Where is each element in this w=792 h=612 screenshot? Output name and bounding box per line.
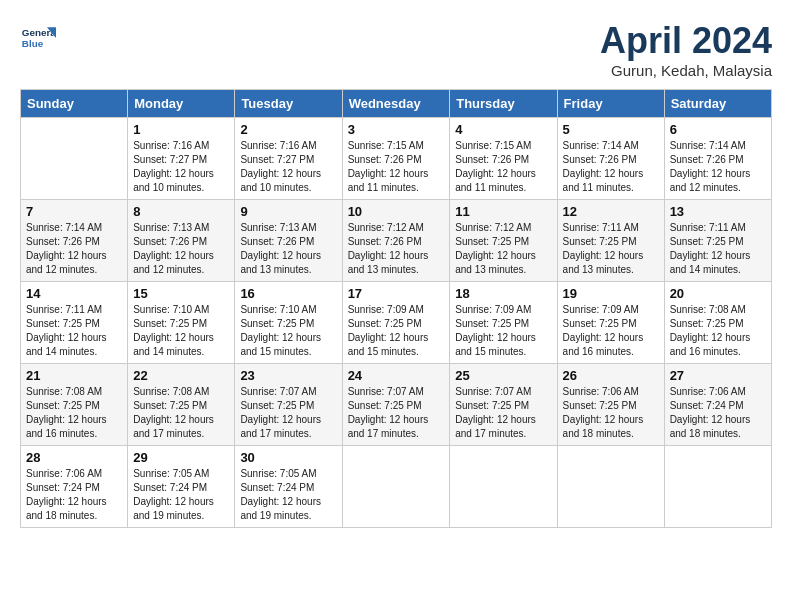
weekday-header-cell: Tuesday [235,90,342,118]
day-number: 2 [240,122,336,137]
day-number: 16 [240,286,336,301]
calendar-week-row: 1Sunrise: 7:16 AM Sunset: 7:27 PM Daylig… [21,118,772,200]
calendar-cell [21,118,128,200]
day-info: Sunrise: 7:13 AM Sunset: 7:26 PM Dayligh… [133,221,229,277]
calendar-cell: 18Sunrise: 7:09 AM Sunset: 7:25 PM Dayli… [450,282,557,364]
title-block: April 2024 Gurun, Kedah, Malaysia [600,20,772,79]
calendar-cell: 15Sunrise: 7:10 AM Sunset: 7:25 PM Dayli… [128,282,235,364]
logo: General Blue [20,20,56,56]
day-number: 30 [240,450,336,465]
day-info: Sunrise: 7:08 AM Sunset: 7:25 PM Dayligh… [133,385,229,441]
day-number: 9 [240,204,336,219]
day-number: 3 [348,122,445,137]
calendar-cell: 28Sunrise: 7:06 AM Sunset: 7:24 PM Dayli… [21,446,128,528]
day-info: Sunrise: 7:11 AM Sunset: 7:25 PM Dayligh… [563,221,659,277]
calendar-cell: 20Sunrise: 7:08 AM Sunset: 7:25 PM Dayli… [664,282,771,364]
calendar-cell: 6Sunrise: 7:14 AM Sunset: 7:26 PM Daylig… [664,118,771,200]
calendar-cell: 1Sunrise: 7:16 AM Sunset: 7:27 PM Daylig… [128,118,235,200]
day-info: Sunrise: 7:15 AM Sunset: 7:26 PM Dayligh… [455,139,551,195]
day-number: 4 [455,122,551,137]
day-number: 8 [133,204,229,219]
day-info: Sunrise: 7:12 AM Sunset: 7:25 PM Dayligh… [455,221,551,277]
day-info: Sunrise: 7:08 AM Sunset: 7:25 PM Dayligh… [26,385,122,441]
day-info: Sunrise: 7:07 AM Sunset: 7:25 PM Dayligh… [348,385,445,441]
calendar-cell: 2Sunrise: 7:16 AM Sunset: 7:27 PM Daylig… [235,118,342,200]
day-number: 18 [455,286,551,301]
calendar-cell: 17Sunrise: 7:09 AM Sunset: 7:25 PM Dayli… [342,282,450,364]
day-number: 28 [26,450,122,465]
day-info: Sunrise: 7:05 AM Sunset: 7:24 PM Dayligh… [240,467,336,523]
day-info: Sunrise: 7:07 AM Sunset: 7:25 PM Dayligh… [455,385,551,441]
calendar-cell: 25Sunrise: 7:07 AM Sunset: 7:25 PM Dayli… [450,364,557,446]
day-info: Sunrise: 7:06 AM Sunset: 7:24 PM Dayligh… [670,385,766,441]
calendar-week-row: 7Sunrise: 7:14 AM Sunset: 7:26 PM Daylig… [21,200,772,282]
day-number: 29 [133,450,229,465]
calendar-cell: 30Sunrise: 7:05 AM Sunset: 7:24 PM Dayli… [235,446,342,528]
calendar-cell [342,446,450,528]
day-number: 24 [348,368,445,383]
calendar-cell [557,446,664,528]
day-number: 5 [563,122,659,137]
calendar-cell [450,446,557,528]
calendar-cell: 29Sunrise: 7:05 AM Sunset: 7:24 PM Dayli… [128,446,235,528]
weekday-header-cell: Sunday [21,90,128,118]
day-number: 15 [133,286,229,301]
calendar-cell: 21Sunrise: 7:08 AM Sunset: 7:25 PM Dayli… [21,364,128,446]
calendar-cell: 24Sunrise: 7:07 AM Sunset: 7:25 PM Dayli… [342,364,450,446]
day-info: Sunrise: 7:08 AM Sunset: 7:25 PM Dayligh… [670,303,766,359]
day-info: Sunrise: 7:10 AM Sunset: 7:25 PM Dayligh… [133,303,229,359]
weekday-header-row: SundayMondayTuesdayWednesdayThursdayFrid… [21,90,772,118]
calendar-table: SundayMondayTuesdayWednesdayThursdayFrid… [20,89,772,528]
svg-text:Blue: Blue [22,38,44,49]
day-info: Sunrise: 7:14 AM Sunset: 7:26 PM Dayligh… [26,221,122,277]
day-number: 6 [670,122,766,137]
day-number: 14 [26,286,122,301]
day-info: Sunrise: 7:05 AM Sunset: 7:24 PM Dayligh… [133,467,229,523]
weekday-header-cell: Saturday [664,90,771,118]
calendar-cell: 10Sunrise: 7:12 AM Sunset: 7:26 PM Dayli… [342,200,450,282]
day-info: Sunrise: 7:09 AM Sunset: 7:25 PM Dayligh… [455,303,551,359]
calendar-cell: 4Sunrise: 7:15 AM Sunset: 7:26 PM Daylig… [450,118,557,200]
calendar-cell: 12Sunrise: 7:11 AM Sunset: 7:25 PM Dayli… [557,200,664,282]
weekday-header-cell: Friday [557,90,664,118]
day-number: 11 [455,204,551,219]
day-info: Sunrise: 7:06 AM Sunset: 7:25 PM Dayligh… [563,385,659,441]
day-info: Sunrise: 7:11 AM Sunset: 7:25 PM Dayligh… [670,221,766,277]
calendar-cell: 11Sunrise: 7:12 AM Sunset: 7:25 PM Dayli… [450,200,557,282]
calendar-body: 1Sunrise: 7:16 AM Sunset: 7:27 PM Daylig… [21,118,772,528]
day-info: Sunrise: 7:07 AM Sunset: 7:25 PM Dayligh… [240,385,336,441]
day-number: 22 [133,368,229,383]
calendar-cell [664,446,771,528]
day-number: 23 [240,368,336,383]
day-info: Sunrise: 7:14 AM Sunset: 7:26 PM Dayligh… [670,139,766,195]
day-info: Sunrise: 7:10 AM Sunset: 7:25 PM Dayligh… [240,303,336,359]
day-info: Sunrise: 7:16 AM Sunset: 7:27 PM Dayligh… [240,139,336,195]
calendar-cell: 5Sunrise: 7:14 AM Sunset: 7:26 PM Daylig… [557,118,664,200]
day-number: 13 [670,204,766,219]
calendar-cell: 19Sunrise: 7:09 AM Sunset: 7:25 PM Dayli… [557,282,664,364]
day-info: Sunrise: 7:09 AM Sunset: 7:25 PM Dayligh… [563,303,659,359]
calendar-cell: 9Sunrise: 7:13 AM Sunset: 7:26 PM Daylig… [235,200,342,282]
day-info: Sunrise: 7:16 AM Sunset: 7:27 PM Dayligh… [133,139,229,195]
calendar-cell: 8Sunrise: 7:13 AM Sunset: 7:26 PM Daylig… [128,200,235,282]
weekday-header-cell: Wednesday [342,90,450,118]
calendar-cell: 3Sunrise: 7:15 AM Sunset: 7:26 PM Daylig… [342,118,450,200]
day-info: Sunrise: 7:15 AM Sunset: 7:26 PM Dayligh… [348,139,445,195]
day-info: Sunrise: 7:11 AM Sunset: 7:25 PM Dayligh… [26,303,122,359]
logo-icon: General Blue [20,20,56,56]
calendar-cell: 22Sunrise: 7:08 AM Sunset: 7:25 PM Dayli… [128,364,235,446]
day-number: 25 [455,368,551,383]
day-info: Sunrise: 7:13 AM Sunset: 7:26 PM Dayligh… [240,221,336,277]
calendar-cell: 13Sunrise: 7:11 AM Sunset: 7:25 PM Dayli… [664,200,771,282]
calendar-week-row: 21Sunrise: 7:08 AM Sunset: 7:25 PM Dayli… [21,364,772,446]
calendar-cell: 27Sunrise: 7:06 AM Sunset: 7:24 PM Dayli… [664,364,771,446]
calendar-cell: 7Sunrise: 7:14 AM Sunset: 7:26 PM Daylig… [21,200,128,282]
page-header: General Blue April 2024 Gurun, Kedah, Ma… [20,20,772,79]
location-subtitle: Gurun, Kedah, Malaysia [600,62,772,79]
calendar-cell: 23Sunrise: 7:07 AM Sunset: 7:25 PM Dayli… [235,364,342,446]
calendar-cell: 16Sunrise: 7:10 AM Sunset: 7:25 PM Dayli… [235,282,342,364]
day-number: 17 [348,286,445,301]
day-number: 27 [670,368,766,383]
day-info: Sunrise: 7:12 AM Sunset: 7:26 PM Dayligh… [348,221,445,277]
day-number: 20 [670,286,766,301]
